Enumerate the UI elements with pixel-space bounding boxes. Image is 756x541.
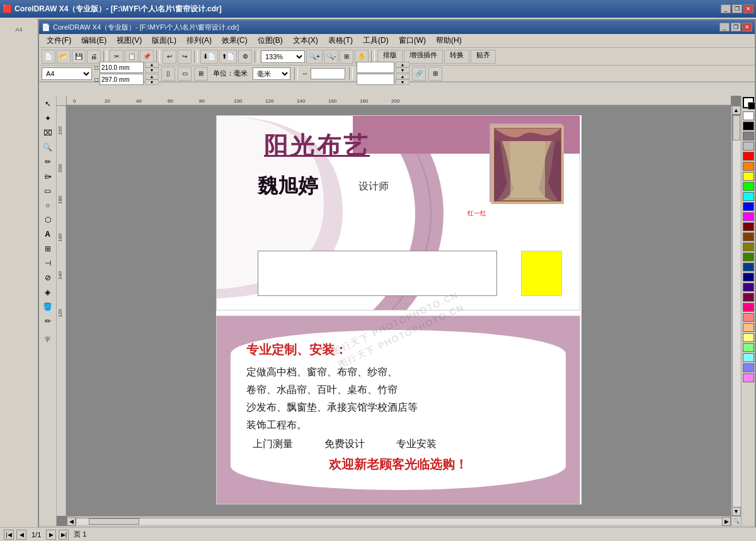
scroll-h-thumb[interactable] <box>89 518 139 525</box>
scroll-h-track[interactable] <box>76 518 722 525</box>
color-light-green[interactable] <box>743 343 754 352</box>
nudge-input[interactable]: 0.1 mm <box>311 68 345 79</box>
inner-restore-button[interactable]: ❐ <box>731 23 741 31</box>
color-lavender[interactable] <box>743 373 754 382</box>
color-pink-dark[interactable] <box>743 293 754 302</box>
outer-nav-last[interactable]: ▶| <box>59 530 69 540</box>
portrait-button[interactable]: ▯ <box>161 67 175 81</box>
app-launcher[interactable]: ⚙ <box>238 50 252 64</box>
color-brown[interactable] <box>743 232 754 241</box>
align-button[interactable]: 贴齐 <box>471 50 496 64</box>
m1-down[interactable]: ▼ <box>396 67 410 73</box>
margin-link[interactable]: 🔗 <box>412 67 426 81</box>
new-button[interactable]: 📄 <box>42 50 55 64</box>
color-red[interactable] <box>743 152 754 161</box>
scroll-down-btn[interactable]: ▼ <box>732 507 741 516</box>
connector-tool[interactable]: ⊘ <box>41 271 55 285</box>
unit-options[interactable]: ⊞ <box>194 67 208 81</box>
color-cyan[interactable] <box>743 192 754 201</box>
color-light-yellow[interactable] <box>743 333 754 342</box>
inner-menu-edit[interactable]: 编辑(E) <box>76 34 112 47</box>
color-hot-pink[interactable] <box>743 303 754 312</box>
undo-button[interactable]: ↩ <box>163 50 176 64</box>
shape-tool[interactable]: ✦ <box>41 111 55 125</box>
plugin-button[interactable]: 增强插件 <box>404 50 443 64</box>
save-button[interactable]: 💾 <box>72 50 86 64</box>
inner-menu-table[interactable]: 表格(T) <box>323 34 358 47</box>
doc-width-input[interactable] <box>100 62 144 73</box>
inner-close-button[interactable]: ✕ <box>742 23 752 31</box>
inner-menu-tools[interactable]: 工具(D) <box>358 34 394 47</box>
height-down[interactable]: ▼ <box>145 79 159 85</box>
blend-tool[interactable]: ◈ <box>41 285 55 299</box>
inner-menu-window[interactable]: 窗口(W) <box>394 34 431 47</box>
m2-up[interactable]: ▲ <box>396 74 410 79</box>
convert-button[interactable]: 转换 <box>444 50 469 64</box>
polygon-tool[interactable]: ⬡ <box>41 213 55 227</box>
freehand-tool[interactable]: ✏ <box>41 155 55 169</box>
width-down[interactable]: ▼ <box>145 67 159 73</box>
page-size-select[interactable]: A4 <box>42 67 92 80</box>
minimize-button[interactable]: _ <box>721 4 731 13</box>
doc-height-input[interactable] <box>100 74 144 85</box>
landscape-button[interactable]: ▭ <box>178 67 192 81</box>
crop-tool[interactable]: ⌧ <box>41 126 55 140</box>
inner-menu-arrange[interactable]: 排列(A) <box>181 34 217 47</box>
color-light-cyan[interactable] <box>743 353 754 362</box>
color-yellow[interactable] <box>743 172 754 181</box>
redo-button[interactable]: ↪ <box>178 50 192 64</box>
import-button[interactable]: ⬇📄 <box>200 50 218 64</box>
scroll-v-track[interactable] <box>732 115 741 507</box>
color-lime[interactable] <box>743 182 754 191</box>
inner-menu-file[interactable]: 文件(F) <box>42 34 76 47</box>
scroll-right-btn[interactable]: ▶ <box>722 517 731 526</box>
inner-menu-view[interactable]: 视图(V) <box>112 34 147 47</box>
select-tool[interactable]: ↖ <box>41 97 55 111</box>
dimension-tool[interactable]: ⊣ <box>41 256 55 270</box>
table-tool[interactable]: ⊞ <box>41 242 55 256</box>
color-blue[interactable] <box>743 202 754 211</box>
export-button[interactable]: ⬆📄 <box>219 50 237 64</box>
inner-menu-layout[interactable]: 版面(L) <box>147 34 181 47</box>
margin1-input[interactable]: 6.35 mm <box>357 62 394 73</box>
inner-menu-text[interactable]: 文本(X) <box>288 34 323 47</box>
unit-select[interactable]: 毫米 <box>253 67 290 80</box>
zoom-out-button[interactable]: 🔍- <box>324 50 338 64</box>
zoom-tool[interactable]: 🔍 <box>41 140 55 154</box>
m1-up[interactable]: ▲ <box>396 62 410 67</box>
text-tool[interactable]: A <box>41 227 55 241</box>
margin2-input[interactable]: 6.35 mm <box>357 74 394 85</box>
color-peach[interactable] <box>743 323 754 332</box>
scroll-v-thumb[interactable] <box>733 115 740 140</box>
color-gray[interactable] <box>743 132 754 140</box>
open-button[interactable]: 📂 <box>57 50 71 64</box>
scrollbar-vertical[interactable]: ▲ ▼ <box>731 106 741 516</box>
zoom-in-button[interactable]: 🔍+ <box>306 50 323 64</box>
scroll-left-btn[interactable]: ◀ <box>67 517 76 526</box>
restore-button[interactable]: ❐ <box>732 4 742 13</box>
inner-menu-bitmap[interactable]: 位图(B) <box>253 34 288 47</box>
color-light-blue[interactable] <box>743 363 754 372</box>
rect-tool[interactable]: ▭ <box>41 184 55 198</box>
zoom-dropdown[interactable]: 133% 100% 75% 50% <box>261 50 305 63</box>
outer-nav-next[interactable]: ▶ <box>46 530 56 540</box>
smart-draw-tool[interactable]: ⌲ <box>41 169 55 183</box>
color-dark-green[interactable] <box>743 253 754 261</box>
width-up[interactable]: ▲ <box>145 62 159 67</box>
color-orange[interactable] <box>743 162 754 171</box>
height-up[interactable]: ▲ <box>145 74 159 79</box>
ellipse-tool[interactable]: ○ <box>41 198 55 212</box>
color-silver[interactable] <box>743 142 754 151</box>
outer-nav-first[interactable]: |◀ <box>4 530 14 540</box>
inner-minimize-button[interactable]: _ <box>719 23 730 31</box>
color-olive[interactable] <box>743 242 754 251</box>
outer-nav-prev[interactable]: ◀ <box>16 530 26 540</box>
color-navy[interactable] <box>743 273 754 282</box>
color-fill-stroke[interactable] <box>743 97 754 108</box>
margin-settings[interactable]: ⊞ <box>428 67 442 81</box>
color-magenta[interactable] <box>743 212 754 221</box>
color-white[interactable] <box>743 111 754 120</box>
color-black[interactable] <box>743 122 754 130</box>
color-coral[interactable] <box>743 313 754 322</box>
color-maroon[interactable] <box>743 222 754 231</box>
